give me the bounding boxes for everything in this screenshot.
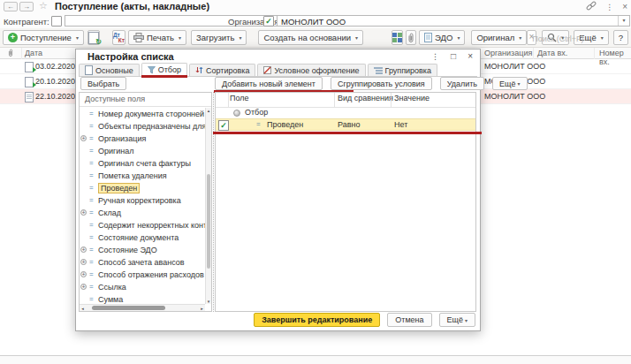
favorite-star-icon[interactable] [39,0,48,11]
scroll-up-icon[interactable] [206,108,211,113]
list-item[interactable]: Пометка удаления [80,170,205,182]
expand-icon[interactable] [80,246,87,253]
column-header-comparison[interactable]: Вид сравнения [338,94,393,102]
receipt-create-button[interactable]: Поступление [3,30,84,45]
list-item[interactable]: Сумма [80,293,205,304]
list-item[interactable]: Склад [80,207,205,219]
tab-conditional-formatting[interactable]: Условное оформление [257,64,365,76]
group-conditions-button[interactable]: Сгруппировать условия [331,77,432,90]
paperclip-icon [7,49,14,57]
list-item[interactable]: Оригинал счета фактуры [80,157,205,170]
list-item[interactable]: Организация [80,133,205,145]
condition-checkbox[interactable] [218,120,229,131]
filter-conditions-panel: Поле Вид сравнения Значение Отбор Провед… [215,92,476,312]
scrollbar-thumb[interactable] [207,174,210,269]
dialog-footer: Завершить редактирование Отмена Ещё [76,313,480,328]
column-header-date[interactable]: Дата [25,49,42,57]
filter-bar: Контрагент: Организация: МОНОЛИТ ООО [0,13,631,28]
footer-more-button[interactable]: Ещё [439,313,475,327]
print-button[interactable]: Печать [128,30,186,45]
dialog-menu-icon[interactable] [431,51,439,61]
app-window: Поступление (акты, накладные) Контрагент… [0,0,631,364]
expand-icon[interactable] [80,209,87,216]
expand-icon[interactable] [80,284,87,290]
back-button[interactable] [4,2,18,11]
dialog-close-icon[interactable] [468,51,473,61]
counterparty-checkbox[interactable] [51,16,62,27]
edo-button[interactable]: ЭДО [419,30,465,45]
scroll-down-icon[interactable] [206,299,211,304]
tab-main[interactable]: Основные [79,64,140,76]
chevron-down-icon[interactable] [618,16,629,26]
cancel-button[interactable]: Отмена [387,313,431,327]
field-icon [89,207,94,219]
grouping-icon [374,67,383,74]
tab-grouping[interactable]: Группировка [368,64,437,76]
status-strip [0,355,631,364]
delete-button[interactable]: Удалить [440,77,484,90]
expand-icon[interactable] [80,271,87,277]
list-item[interactable]: Объекты предназначены для сдачи в аренду [80,120,205,133]
counterparty-label: Контрагент: [4,17,49,27]
list-item[interactable]: Ссылка [80,281,205,293]
edo-document-icon [424,33,432,42]
scroll-right-icon[interactable] [199,305,205,312]
column-header-value[interactable]: Значение [394,94,430,102]
tab-sorting[interactable]: Сортировка [189,64,255,76]
group-node-icon[interactable] [233,110,240,117]
commands-more-button[interactable]: Ещё [492,77,527,90]
original-button[interactable]: Оригинал [471,30,527,45]
column-header-incoming-date[interactable]: Дата вх. [537,49,567,57]
tab-filter[interactable]: Отбор [141,63,187,76]
select-field-button[interactable]: Выбрать [80,77,126,90]
list-item[interactable]: Состояние документа [80,231,205,244]
page-title: Поступление (акты, накладные) [55,1,209,11]
filter-condition-row[interactable]: Проведен Равно Нет [216,118,475,131]
list-item[interactable]: Способ отражения расходов по амортизации [80,269,205,281]
attachments-button[interactable] [406,30,416,45]
condition-value: Нет [394,120,407,129]
list-item[interactable]: Способ зачета авансов [80,256,205,269]
column-header-field[interactable]: Поле [230,94,249,102]
panel-splitter[interactable] [213,92,214,312]
dialog-title: Настройка списка [87,51,174,62]
add-new-element-button[interactable]: Добавить новый элемент [215,77,323,90]
horizontal-scrollbar [80,304,205,311]
forward-button[interactable] [19,2,34,11]
list-item[interactable]: Номер документа сторонней организации [80,108,205,120]
list-item[interactable]: Оригинал [80,145,205,157]
create-based-on-button[interactable]: Создать на основании [258,30,363,45]
scrollbar-thumb[interactable] [92,306,164,310]
link-icon[interactable] [586,1,597,11]
list-item[interactable]: Содержит некорректных контрагентов [80,219,205,231]
list-item[interactable]: Состояние ЭДО [80,244,205,256]
expand-icon[interactable] [80,135,87,141]
window-menu-icon[interactable] [605,2,613,11]
window-close-icon[interactable] [622,2,627,11]
expand-icon[interactable] [80,259,87,265]
search-input[interactable] [530,32,620,45]
column-header-organization[interactable]: Организация [484,49,532,57]
refresh-document-button[interactable] [87,30,100,45]
field-icon [89,145,94,157]
dt-kt-icon: ДтКт [113,32,125,43]
list-settings-dialog: Настройка списка Основные Отбор [75,49,481,331]
finish-editing-button[interactable]: Завершить редактирование [254,313,380,327]
reports-button[interactable] [392,30,403,45]
clear-search-icon[interactable] [528,32,534,42]
field-icon [89,170,94,182]
scroll-left-icon[interactable] [80,305,86,312]
list-item-proveden[interactable]: Проведен [80,182,205,194]
organization-combo[interactable]: МОНОЛИТ ООО [277,15,630,27]
organization-checkbox[interactable] [263,16,274,27]
printer-icon [133,33,144,42]
filter-group-row[interactable]: Отбор [216,108,475,118]
dialog-tabs: Основные Отбор Сортировка [79,63,477,77]
dialog-maximize-icon[interactable] [451,51,456,61]
list-item[interactable]: Ручная корректировка [80,194,205,207]
field-icon [89,293,94,304]
field-icon [89,194,94,207]
document-posted-icon [25,77,34,87]
postings-button[interactable]: ДтКт [112,30,125,45]
load-button[interactable]: Загрузить [191,30,247,45]
